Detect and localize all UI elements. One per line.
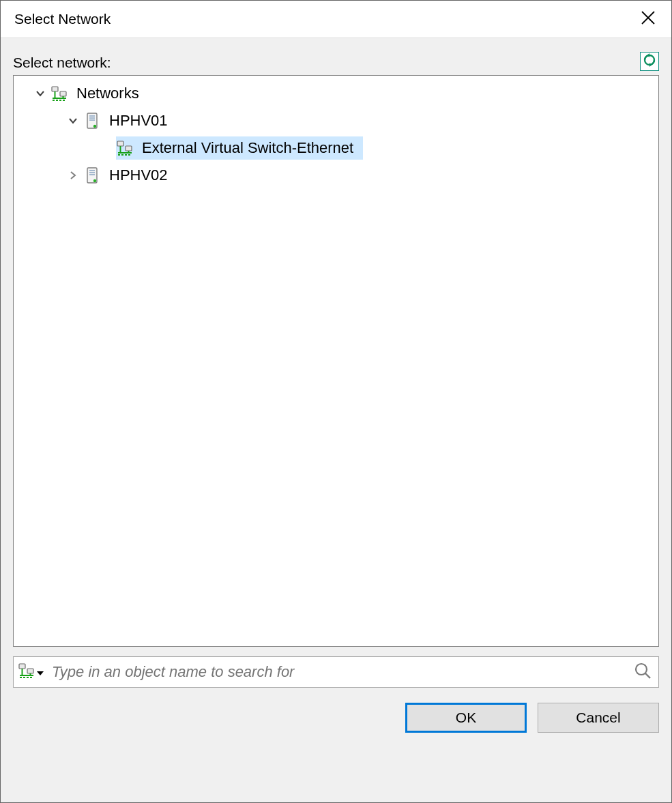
close-icon (641, 10, 656, 29)
tree-node-networks[interactable]: Networks (16, 80, 656, 107)
refresh-button[interactable] (640, 52, 659, 71)
tree-node-label: HPHV01 (108, 111, 172, 131)
search-icon (634, 662, 652, 683)
search-bar (13, 656, 659, 688)
dialog-body: Select network: (1, 38, 671, 802)
close-button[interactable] (633, 4, 663, 34)
search-input[interactable] (48, 662, 631, 682)
chevron-down-icon[interactable] (33, 86, 48, 101)
field-label: Select network: (13, 55, 111, 71)
tree-node-label: Networks (75, 83, 143, 104)
search-button[interactable] (631, 660, 654, 684)
tree-node-host-hphv02[interactable]: HPHV02 (16, 162, 656, 189)
server-icon (83, 166, 101, 184)
chevron-down-icon[interactable] (65, 113, 81, 128)
network-group-icon (50, 85, 68, 102)
button-label: OK (456, 710, 476, 726)
dialog-select-network: Select Network Select network: (0, 0, 672, 803)
titlebar: Select Network (1, 1, 671, 38)
tree-node-vswitch-external[interactable]: External Virtual Switch-Ethernet (16, 134, 656, 162)
tree-node-label: HPHV02 (108, 165, 172, 186)
refresh-icon (643, 53, 656, 70)
vswitch-icon (116, 139, 134, 157)
network-icon (18, 662, 35, 683)
ok-button[interactable]: OK (405, 703, 527, 733)
button-label: Cancel (576, 710, 620, 726)
tree-node-host-hphv01[interactable]: HPHV01 (16, 107, 656, 134)
caret-down-icon (37, 665, 44, 680)
network-tree[interactable]: Networks (13, 75, 659, 647)
chevron-right-icon[interactable] (65, 168, 81, 183)
window-title: Select Network (14, 11, 111, 27)
dialog-buttons: OK Cancel (13, 703, 659, 733)
tree-node-label: External Virtual Switch-Ethernet (141, 138, 357, 158)
cancel-button[interactable]: Cancel (538, 703, 659, 733)
search-type-dropdown[interactable] (18, 662, 48, 683)
server-icon (83, 112, 101, 130)
